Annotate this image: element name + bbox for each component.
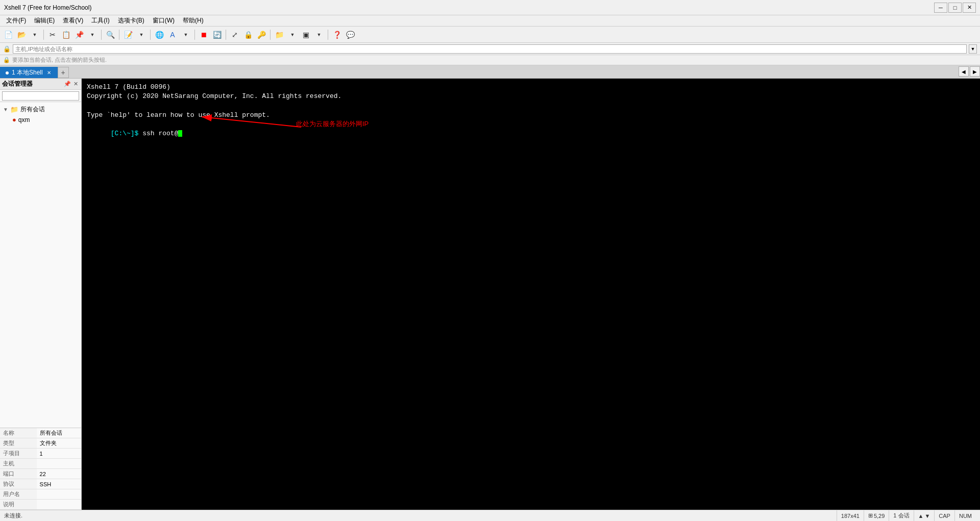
tb-expand[interactable]: ⤢: [229, 29, 241, 41]
props-key: 类型: [0, 438, 37, 449]
sidebar-search: [0, 90, 81, 102]
tree-folder-label: 所有会话: [20, 105, 45, 114]
sidebar-search-input[interactable]: [2, 91, 79, 101]
tb-help[interactable]: ❓: [331, 29, 343, 41]
tree-folder-all-sessions[interactable]: ▼ 📁 所有会话: [0, 104, 81, 115]
props-row: 端口22: [0, 469, 81, 479]
tb-terminal[interactable]: ▣: [300, 29, 312, 41]
nav-down-icon[interactable]: ▼: [924, 513, 930, 519]
status-connection: 未连接.: [4, 512, 837, 519]
props-table: 名称所有会话类型文件夹子项目1主机端口22协议SSH用户名说明: [0, 428, 81, 510]
props-scroll: 名称所有会话类型文件夹子项目1主机端口22协议SSH用户名说明: [0, 428, 81, 510]
tb-dropdown5[interactable]: ▼: [286, 29, 299, 41]
tb-compose[interactable]: 📝: [122, 29, 134, 41]
restore-button[interactable]: □: [948, 3, 962, 13]
tab-label: 1 本地Shell: [12, 68, 43, 77]
menu-view[interactable]: 查看(V): [59, 15, 87, 26]
tb-paste-group[interactable]: 📌: [73, 29, 85, 41]
address-bar: 🔒 ▼: [0, 43, 980, 55]
tb-cut[interactable]: ✂: [46, 29, 59, 41]
props-row: 名称所有会话: [0, 428, 81, 438]
props-key: 名称: [0, 428, 37, 438]
tab-bar: 1 本地Shell ✕ + ◀ ▶: [0, 65, 980, 79]
hint-icon: 🔒: [3, 57, 10, 63]
tab-dot: [6, 71, 9, 75]
tb-dropdown6[interactable]: ▼: [313, 29, 325, 41]
tab-add-button[interactable]: +: [58, 67, 69, 78]
props-value: [37, 489, 81, 500]
annotation-text: 此处为云服务器的外网IP: [296, 119, 369, 129]
nav-up-icon[interactable]: ▲: [918, 513, 924, 519]
props-row: 类型文件夹: [0, 438, 81, 449]
menu-file[interactable]: 文件(F): [2, 15, 30, 26]
status-sessions: 1 会话: [889, 510, 913, 522]
props-panel: 名称所有会话类型文件夹子项目1主机端口22协议SSH用户名说明: [0, 428, 81, 510]
address-input[interactable]: [13, 44, 967, 54]
status-cursor: ⊞ 5,29: [864, 510, 889, 522]
tb-folder-btn[interactable]: 📁: [273, 29, 285, 41]
props-row: 协议SSH: [0, 479, 81, 489]
props-value: [37, 500, 81, 510]
hint-bar: 🔒 要添加当前会话, 点击左侧的箭头按钮.: [0, 55, 980, 65]
menu-edit[interactable]: 编辑(E): [30, 15, 59, 26]
tb-key[interactable]: 🔑: [255, 29, 267, 41]
tab-close-button[interactable]: ✕: [46, 69, 52, 76]
tb-chat[interactable]: 💬: [344, 29, 356, 41]
tb-lock[interactable]: 🔒: [242, 29, 254, 41]
tab-nav-left-button[interactable]: ◀: [959, 66, 969, 77]
folder-icon: 📁: [10, 106, 18, 113]
minimize-button[interactable]: ─: [934, 3, 947, 13]
cursor-pos: 5,29: [874, 513, 885, 519]
term-command: ssh root@: [142, 130, 178, 137]
tb-dropdown4[interactable]: ▼: [180, 29, 192, 41]
props-value: 22: [37, 469, 81, 479]
session-icon: ●: [12, 116, 16, 123]
sidebar-title: 会话管理器: [2, 80, 33, 88]
tb-sep5: [194, 30, 195, 40]
toolbar: 📄 📂 ▼ ✂ 📋 📌 ▼ 🔍 📝 ▼ 🌐 A ▼ ⏹ 🔄 ⤢ 🔒 🔑 📁 ▼ …: [0, 27, 980, 43]
tab-nav-right-button[interactable]: ▶: [970, 66, 980, 77]
tb-sep2: [101, 30, 102, 40]
sidebar-pin-button[interactable]: 📌: [64, 81, 71, 88]
title-controls: ─ □ ✕: [934, 3, 976, 13]
tb-copy[interactable]: 📋: [60, 29, 72, 41]
address-dropdown-button[interactable]: ▼: [969, 44, 977, 54]
lock-icon: 🔒: [3, 45, 11, 53]
tb-stop[interactable]: ⏹: [198, 29, 210, 41]
terminal-area[interactable]: Xshell 7 (Build 0096) Copyright (c) 2020…: [82, 79, 980, 510]
close-button[interactable]: ✕: [963, 3, 976, 13]
props-key: 协议: [0, 479, 37, 489]
tb-new-session[interactable]: 📄: [2, 29, 14, 41]
term-line-3: [87, 101, 975, 110]
term-line-2: Copyright (c) 2020 NetSarang Computer, I…: [87, 92, 975, 101]
tb-sep1: [43, 30, 44, 40]
tb-reconnect[interactable]: 🔄: [211, 29, 223, 41]
status-bar: 未连接. 187x41 ⊞ 5,29 1 会话 ▲ ▼ CAP NUM: [0, 510, 980, 521]
tb-sep3: [119, 30, 119, 40]
status-nav-arrows: ▲ ▼: [914, 510, 935, 522]
sidebar: 会话管理器 📌 ✕ ▼ 📁 所有会话 ● qxm 名称所有会话类: [0, 79, 82, 510]
title-bar: Xshell 7 (Free for Home/School) ─ □ ✕: [0, 0, 980, 15]
tb-sep6: [226, 30, 226, 40]
tb-dropdown2[interactable]: ▼: [86, 29, 99, 41]
tab-local-shell[interactable]: 1 本地Shell ✕: [0, 67, 58, 78]
props-row: 主机: [0, 459, 81, 469]
tb-color[interactable]: A: [166, 29, 179, 41]
menu-window[interactable]: 窗口(W): [149, 15, 179, 26]
menu-bar: 文件(F) 编辑(E) 查看(V) 工具(I) 选项卡(B) 窗口(W) 帮助(…: [0, 15, 980, 27]
tb-open[interactable]: 📂: [15, 29, 28, 41]
props-key: 主机: [0, 459, 37, 469]
tb-dropdown3[interactable]: ▼: [135, 29, 148, 41]
tb-dropdown1[interactable]: ▼: [29, 29, 41, 41]
tree-item-qxm[interactable]: ● qxm: [0, 115, 81, 125]
sidebar-header: 会话管理器 📌 ✕: [0, 79, 81, 90]
menu-tools[interactable]: 工具(I): [87, 15, 113, 26]
menu-help[interactable]: 帮助(H): [179, 15, 208, 26]
tb-globe[interactable]: 🌐: [153, 29, 165, 41]
sidebar-close-button[interactable]: ✕: [72, 81, 79, 88]
tb-search[interactable]: 🔍: [104, 29, 116, 41]
props-value: 所有会话: [37, 428, 81, 438]
term-line-1: Xshell 7 (Build 0096): [87, 83, 975, 92]
props-key: 端口: [0, 469, 37, 479]
menu-tabs[interactable]: 选项卡(B): [114, 15, 149, 26]
